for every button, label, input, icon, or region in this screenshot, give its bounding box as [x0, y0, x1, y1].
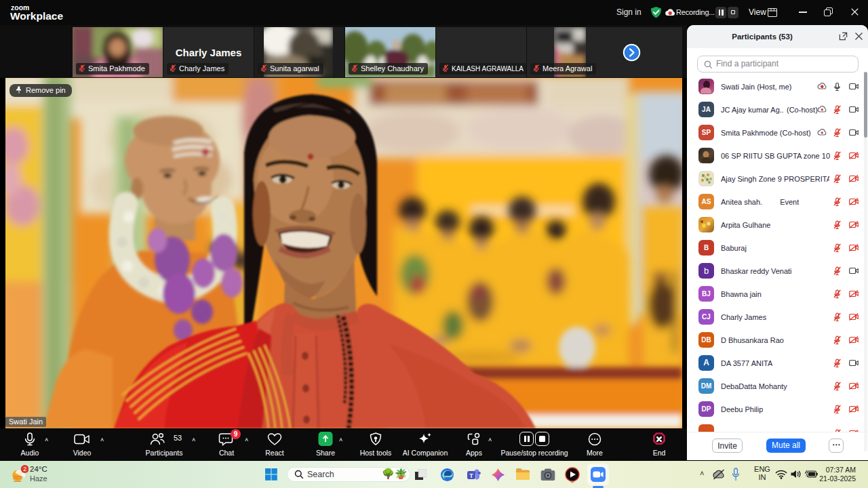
- svg-text:2: 2: [23, 466, 26, 472]
- svg-text:T: T: [469, 472, 473, 479]
